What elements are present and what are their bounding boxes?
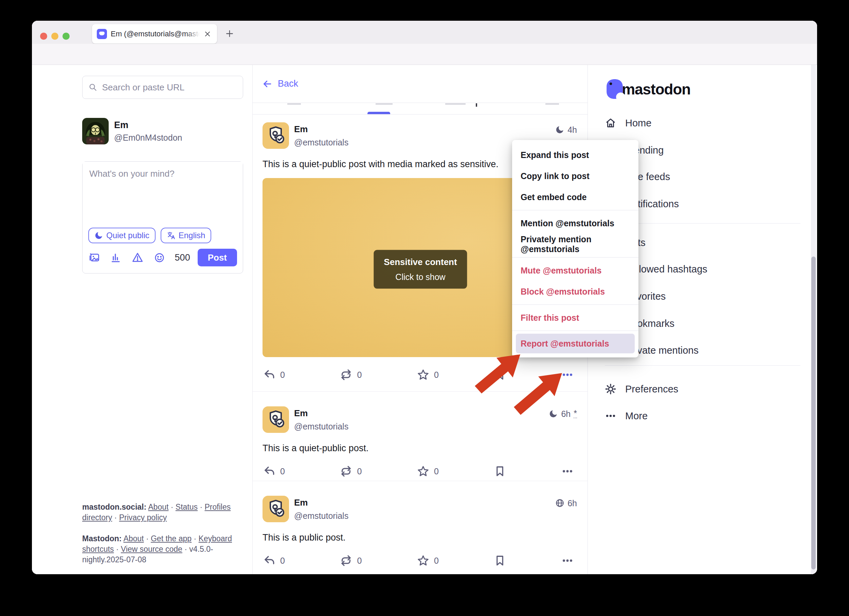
bookmark-icon	[494, 555, 506, 567]
profile-handle: @Em0nM4stodon	[114, 133, 182, 143]
post-author[interactable]: Em	[294, 124, 349, 134]
more-options-button[interactable]	[562, 368, 573, 381]
sensitive-overlay-button[interactable]: Sensitive content Click to show	[374, 250, 467, 288]
bookmark-button[interactable]	[494, 465, 506, 477]
content-warning-icon[interactable]	[132, 252, 143, 263]
menu-item-mute[interactable]: Mute @emstutorials	[512, 260, 639, 281]
sidebar-item-home[interactable]: Home	[605, 115, 802, 131]
post-quiet-public[interactable]: Em @emstutorials 6h * This is a quiet-pu…	[253, 391, 587, 479]
reply-button[interactable]: 0	[263, 465, 285, 477]
post-avatar[interactable]	[262, 122, 289, 149]
emoji-icon[interactable]	[154, 252, 165, 263]
plus-icon	[225, 29, 234, 39]
browser-tab[interactable]: Em (@emstutorials@mastodon.s	[92, 24, 217, 43]
more-options-button[interactable]	[562, 465, 573, 477]
active-tab-indicator	[368, 112, 390, 114]
scrollbar-thumb[interactable]	[811, 257, 816, 570]
star-icon	[417, 555, 429, 567]
post-handle[interactable]: @emstutorials	[294, 422, 349, 431]
poll-icon[interactable]	[110, 252, 121, 263]
footer-mastodon-info: Mastodon: About · Get the app · Keyboard…	[82, 534, 233, 565]
bookmark-button[interactable]	[494, 555, 506, 567]
post-handle[interactable]: @emstutorials	[294, 511, 349, 521]
post-button[interactable]: Post	[198, 249, 237, 266]
home-icon	[605, 117, 617, 129]
search-input[interactable]	[102, 82, 237, 93]
favorite-count: 0	[434, 556, 439, 566]
column-header-back[interactable]: Back	[253, 65, 587, 103]
favorite-button[interactable]: 0	[417, 555, 439, 567]
privacy-button[interactable]: Quiet public	[88, 228, 155, 243]
post-public[interactable]: Em @emstutorials 6h This is a public pos…	[253, 481, 587, 568]
edited-indicator[interactable]: *	[573, 409, 577, 418]
compose-options: Quiet public English	[82, 228, 243, 243]
profile-tabs-clipped	[253, 103, 587, 115]
boost-button[interactable]: 0	[340, 368, 362, 381]
reply-count: 0	[280, 467, 285, 476]
favorite-button[interactable]: 0	[417, 465, 439, 477]
public-globe-icon	[555, 498, 565, 508]
footer-link-mastodon-about[interactable]: About	[123, 534, 144, 543]
menu-item-report[interactable]: Report @emstutorials	[516, 334, 635, 353]
post-author[interactable]: Em	[294, 408, 349, 419]
post-handle[interactable]: @emstutorials	[294, 137, 349, 148]
reply-button[interactable]: 0	[263, 368, 285, 381]
menu-item-embed-code[interactable]: Get embed code	[512, 186, 639, 207]
menu-item-private-mention[interactable]: Privately mention @emstutorials	[512, 234, 639, 255]
footer-link-status[interactable]: Status	[176, 503, 198, 512]
post-avatar[interactable]	[262, 406, 289, 433]
reply-button[interactable]: 0	[263, 555, 285, 567]
boost-icon	[340, 368, 352, 381]
tab-title: Em (@emstutorials@mastodon.s	[111, 30, 200, 39]
boost-count: 0	[357, 370, 362, 380]
footer-link-view-source[interactable]: View source code	[121, 544, 182, 553]
boost-count: 0	[357, 467, 362, 476]
menu-item-block[interactable]: Block @emstutorials	[512, 281, 639, 302]
star-icon	[417, 368, 429, 381]
boost-button[interactable]: 0	[340, 555, 362, 567]
footer-link-about[interactable]: About	[148, 503, 168, 512]
zoom-window-button[interactable]	[63, 33, 70, 40]
favorite-count: 0	[434, 467, 439, 476]
menu-item-filter-post[interactable]: Filter this post	[512, 307, 639, 328]
ellipsis-icon	[562, 555, 573, 567]
mastodon-favicon	[97, 29, 107, 39]
sidebar-item-more[interactable]: More	[605, 408, 802, 424]
more-options-button[interactable]	[562, 555, 573, 567]
bookmark-icon	[494, 465, 506, 477]
footer-link-get-app[interactable]: Get the app	[151, 534, 192, 543]
bookmark-button[interactable]	[494, 368, 506, 381]
search-box[interactable]	[82, 76, 243, 99]
boost-icon	[340, 465, 352, 477]
close-window-button[interactable]	[40, 33, 47, 40]
mastodon-logo[interactable]: mastodon	[605, 79, 690, 100]
boost-button[interactable]: 0	[340, 465, 362, 477]
footer-link-privacy-policy[interactable]: Privacy policy	[119, 513, 167, 522]
language-label: English	[179, 231, 206, 240]
avatar[interactable]	[82, 118, 109, 145]
attach-media-icon[interactable]	[88, 252, 100, 263]
post-avatar[interactable]	[262, 496, 289, 522]
mastodon-logo-glyph	[605, 79, 624, 100]
menu-item-expand-post[interactable]: Expand this post	[512, 145, 639, 166]
compose-textarea[interactable]	[82, 162, 243, 228]
sensitive-title: Sensitive content	[384, 257, 457, 267]
post-timestamp[interactable]: 6h	[555, 496, 577, 522]
minimize-window-button[interactable]	[51, 33, 58, 40]
footer-server-name: mastodon.social:	[82, 503, 146, 512]
favorite-button[interactable]: 0	[417, 368, 439, 381]
ellipsis-icon	[562, 465, 573, 477]
search-icon	[89, 82, 97, 92]
menu-item-copy-link[interactable]: Copy link to post	[512, 166, 639, 186]
post-content: This is a quiet-public post.	[262, 443, 577, 453]
post-timestamp[interactable]: 6h *	[549, 406, 577, 433]
tab-close-icon[interactable]	[203, 30, 212, 38]
post-action-bar: 0 0 0	[262, 367, 577, 382]
new-tab-button[interactable]	[223, 27, 236, 40]
ellipsis-icon	[562, 368, 573, 381]
language-button[interactable]: English	[161, 228, 212, 243]
back-label: Back	[278, 79, 298, 89]
sidebar-item-preferences[interactable]: Preferences	[605, 381, 802, 397]
menu-item-mention[interactable]: Mention @emstutorials	[512, 213, 639, 234]
post-author[interactable]: Em	[294, 497, 349, 508]
